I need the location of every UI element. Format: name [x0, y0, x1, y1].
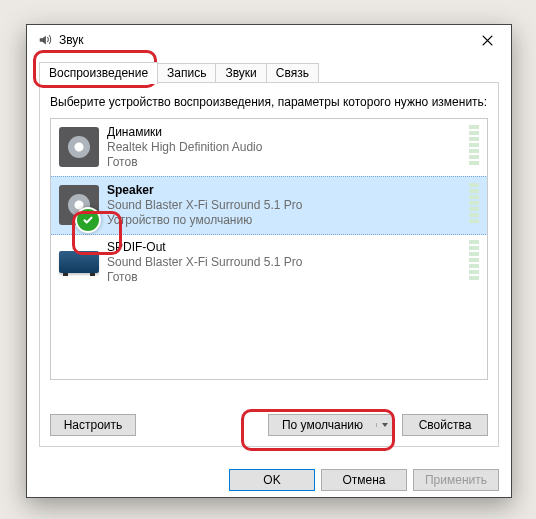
- device-item-2[interactable]: SPDIF-Out Sound Blaster X-Fi Surround 5.…: [51, 234, 487, 292]
- instruction-text: Выберите устройство воспроизведения, пар…: [50, 95, 488, 110]
- device-status: Устройство по умолчанию: [107, 213, 463, 228]
- sound-icon: [37, 32, 53, 48]
- close-button[interactable]: [467, 25, 507, 55]
- configure-button[interactable]: Настроить: [50, 414, 136, 436]
- titlebar[interactable]: Звук: [27, 25, 511, 55]
- device-sub: Sound Blaster X-Fi Surround 5.1 Pro: [107, 255, 463, 270]
- device-list[interactable]: Динамики Realtek High Definition Audio Г…: [50, 118, 488, 380]
- set-default-dropdown[interactable]: По умолчанию: [268, 414, 394, 436]
- level-meter: [469, 240, 479, 280]
- device-icon-speaker: [57, 125, 101, 169]
- level-meter: [469, 183, 479, 223]
- cancel-button[interactable]: Отмена: [321, 469, 407, 491]
- tab-strip: Воспроизведение Запись Звуки Связь: [39, 61, 499, 83]
- apply-button[interactable]: Применить: [413, 469, 499, 491]
- chevron-down-icon[interactable]: [376, 423, 393, 427]
- device-icon-amp: [57, 240, 101, 284]
- device-name: Динамики: [107, 125, 463, 140]
- level-meter: [469, 125, 479, 165]
- ok-button[interactable]: OK: [229, 469, 315, 491]
- device-name: Speaker: [107, 183, 463, 198]
- default-check-icon: [75, 207, 101, 233]
- device-item-0[interactable]: Динамики Realtek High Definition Audio Г…: [51, 119, 487, 177]
- properties-button[interactable]: Свойства: [402, 414, 488, 436]
- device-name: SPDIF-Out: [107, 240, 463, 255]
- dialog-button-row: OK Отмена Применить: [27, 459, 511, 501]
- device-sub: Realtek High Definition Audio: [107, 140, 463, 155]
- sound-dialog: Звук Воспроизведение Запись Звуки Связь …: [26, 24, 512, 498]
- device-status: Готов: [107, 155, 463, 170]
- tab-pane: Выберите устройство воспроизведения, пар…: [39, 82, 499, 447]
- device-icon-speaker: [57, 183, 101, 227]
- device-status: Готов: [107, 270, 463, 285]
- window-title: Звук: [59, 33, 467, 47]
- set-default-label: По умолчанию: [269, 415, 376, 435]
- device-sub: Sound Blaster X-Fi Surround 5.1 Pro: [107, 198, 463, 213]
- pane-button-row: Настроить По умолчанию Свойства: [50, 414, 488, 436]
- tab-playback[interactable]: Воспроизведение: [39, 62, 158, 84]
- device-item-1[interactable]: Speaker Sound Blaster X-Fi Surround 5.1 …: [50, 176, 488, 235]
